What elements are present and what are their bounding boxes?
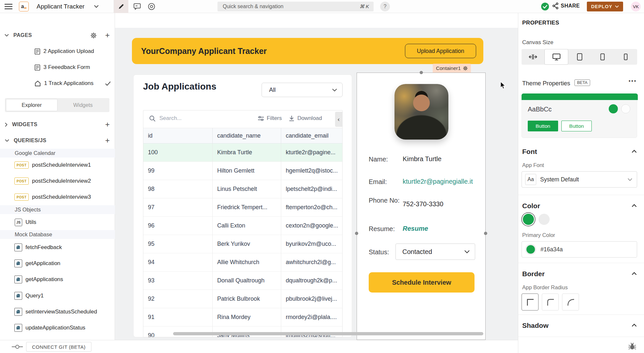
cell-name: Rina Mordey [212, 308, 281, 326]
status-chevron-down-icon [464, 250, 470, 253]
table-filters-button[interactable]: Filters [258, 115, 282, 122]
query-post-schedule-interview-2[interactable]: POST postScheduleInterview2 [0, 176, 115, 186]
add-query-plus-button[interactable]: + [105, 137, 110, 144]
query-post-schedule-interview-3[interactable]: POST postScheduleInterview3 [0, 192, 115, 202]
add-widget-button[interactable]: + [105, 121, 110, 128]
canvas-size-desktop-icon[interactable] [544, 49, 568, 65]
font-collapse-chevron-up-icon[interactable] [632, 150, 637, 153]
table-row[interactable]: 100 Kimbra Turtle kturtle2r@pagine... [143, 143, 342, 162]
column-header-candidate-email[interactable]: candidate_email [281, 128, 342, 143]
sidebar-page-track-applications[interactable]: 1 Track Applications [0, 77, 115, 90]
group-google-calendar[interactable]: Google Calendar [0, 149, 115, 158]
color-collapse-chevron-up-icon[interactable] [632, 204, 637, 207]
page-label: 3 Feeedback Form [43, 64, 90, 71]
group-mock-database[interactable]: Mock Database [0, 230, 115, 239]
canvas-size-mobile-icon[interactable] [614, 49, 637, 65]
queries-section-row[interactable]: QUERIES/JS + [0, 136, 115, 145]
column-header-candidate-name[interactable]: candidate_name [212, 128, 281, 143]
shadow-collapse-chevron-up-icon[interactable] [632, 324, 637, 327]
border-radius-round-button[interactable] [562, 294, 579, 311]
query-set-interview-status-scheduled[interactable]: setInterviewStatusScheduled [0, 307, 115, 317]
resize-handle-left[interactable] [355, 232, 358, 235]
widgets-chevron-right-icon[interactable] [5, 123, 8, 127]
email-link[interactable]: kturtle2r@paginegialle.it [403, 178, 473, 185]
table-row[interactable]: 95 Berk Yurikov byurikov2m@uco... [143, 235, 342, 253]
pages-gear-icon[interactable] [90, 32, 97, 39]
sidebar-page-application-upload[interactable]: 2 Application Upload [0, 45, 115, 58]
connect-git-button[interactable]: CONNECT GIT (BETA) [26, 342, 91, 352]
candidate-detail-container[interactable]: Name: Kimbra Turtle Email: kturtle2r@pag… [357, 73, 486, 340]
comments-icon[interactable] [130, 0, 144, 13]
query-post-schedule-interview-1[interactable]: POST postScheduleInterview1 [0, 160, 115, 170]
debug-bug-icon[interactable] [628, 343, 636, 350]
view-mode-icon[interactable] [144, 0, 159, 13]
status-filter-select[interactable]: All [262, 83, 343, 97]
theme-menu-button[interactable]: ••• [629, 78, 637, 84]
quick-search-input[interactable]: Quick search & navigation ⌘ K [217, 2, 374, 11]
upload-application-button[interactable]: Upload Application [405, 44, 476, 58]
border-section-header[interactable]: Border [522, 270, 545, 278]
primary-color-input[interactable]: #16a34a [522, 241, 637, 258]
search-icon [149, 115, 155, 122]
app-logo-icon[interactable]: a [19, 2, 29, 11]
deploy-button[interactable]: DEPLOY [587, 2, 623, 11]
resize-handle-right[interactable] [484, 232, 487, 235]
color-swatch-light[interactable] [539, 214, 550, 225]
query-label: postScheduleInterview2 [32, 178, 91, 184]
help-button[interactable]: ? [380, 2, 390, 11]
border-collapse-chevron-up-icon[interactable] [632, 272, 637, 275]
column-header-id[interactable]: id [143, 128, 212, 143]
table-row[interactable]: 92 Patrick Bulbrook pbulbrook2j@livej... [143, 290, 342, 308]
border-radius-medium-button[interactable] [542, 294, 559, 311]
query-get-application[interactable]: getApplication [0, 259, 115, 268]
menu-icon[interactable] [5, 4, 12, 9]
table-download-button[interactable]: Download [289, 115, 322, 122]
table-search-input[interactable]: Search... [149, 115, 182, 122]
cell-name: Patrick Bulbrook [212, 290, 281, 308]
shadow-section-header[interactable]: Shadow [522, 322, 549, 329]
table-row[interactable]: 96 Calli Exton cexton2n@google... [143, 217, 342, 235]
canvas-size-mobile-large-icon[interactable] [591, 49, 614, 65]
primary-color-label: Primary Color [522, 232, 555, 238]
table-row[interactable]: 94 Allie Whitchurch awhitchurch2l@g... [143, 253, 342, 272]
resume-link[interactable]: Resume [403, 225, 428, 232]
color-swatch-green[interactable] [523, 214, 534, 225]
js-object-utils[interactable]: JS Utils [0, 217, 115, 227]
table-collapse-button[interactable]: ‹ [335, 112, 342, 127]
query-fetch-feedback[interactable]: fetchFeedback [0, 243, 115, 252]
query-label: fetchFeedback [25, 244, 62, 251]
container1-widget-label[interactable]: Container1 [433, 64, 471, 73]
schedule-interview-button[interactable]: Schedule Interview [369, 272, 475, 293]
app-name-chevron-down-icon[interactable] [94, 5, 99, 8]
app-font-select[interactable]: Aa System Default [522, 171, 637, 188]
table-row[interactable]: 93 Donall Qualtrough dqualtrough2k@p... [143, 272, 342, 290]
table-row[interactable]: 97 Friedrick Tempert... ftemperton2o@ch.… [143, 198, 342, 217]
pages-chevron-down-icon[interactable] [5, 34, 9, 37]
table-row[interactable]: 91 Rina Mordey rmordey2i@plala.... [143, 308, 342, 327]
app-header-banner[interactable]: YourCompany Applicant Tracker Upload App… [132, 38, 483, 64]
edit-mode-pencil-icon[interactable] [114, 0, 128, 13]
add-page-button[interactable]: + [105, 31, 110, 39]
group-js-objects[interactable]: JS Objects [0, 205, 115, 214]
user-avatar[interactable]: VK [631, 2, 641, 11]
queries-chevron-down-icon[interactable] [5, 139, 9, 142]
query-get-applications[interactable]: getApplications [0, 275, 115, 284]
border-radius-sharp-button[interactable] [522, 294, 539, 311]
query-update-application-status[interactable]: updateApplicationStatus [0, 323, 115, 333]
canvas-size-fluid-icon[interactable] [522, 49, 544, 65]
tab-explorer[interactable]: Explorer [6, 99, 57, 111]
query-query1[interactable]: Query1 [0, 291, 115, 301]
font-section-header[interactable]: Font [522, 148, 537, 156]
share-button[interactable]: SHARE [553, 3, 580, 9]
status-select[interactable]: Contacted [395, 244, 475, 260]
table-row[interactable]: 99 Hilton Gemlett hgemlett2q@istoc... [143, 162, 342, 180]
app-name[interactable]: Applicant Tracker [37, 3, 85, 10]
resize-handle-top[interactable] [420, 71, 423, 74]
canvas-horizontal-scrollbar[interactable] [173, 332, 483, 335]
table-row[interactable]: 98 Linus Petschelt lpetschelt2p@indi... [143, 180, 342, 198]
canvas-size-tablet-icon[interactable] [568, 49, 591, 65]
sidebar-page-feedback-form[interactable]: 3 Feeedback Form [0, 61, 115, 74]
widgets-section-row[interactable]: WIDGETS + [0, 120, 115, 129]
color-section-header[interactable]: Color [522, 202, 540, 210]
tab-widgets[interactable]: Widgets [57, 99, 108, 111]
